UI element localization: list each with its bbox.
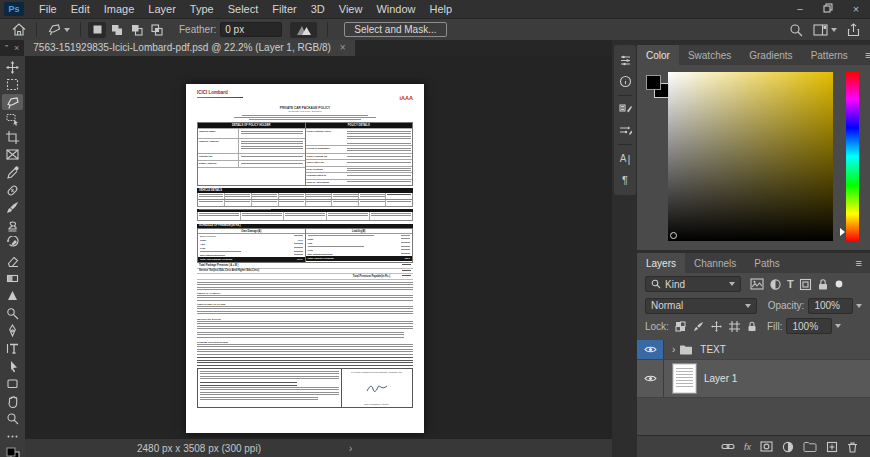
color-field-cursor[interactable] [670, 232, 677, 239]
new-group-icon[interactable] [803, 441, 817, 452]
canvas-area[interactable]: ICICI Lombard iAAA PRIVATE CAR PACKAGE P… [25, 56, 612, 438]
group-expand-chevron[interactable]: › [672, 344, 675, 355]
lasso-tool-preset[interactable] [43, 23, 74, 36]
intersect-selection-mode[interactable] [148, 22, 166, 38]
chevron-down-icon[interactable] [835, 324, 841, 328]
filter-shape-layers-icon[interactable] [799, 278, 812, 291]
menu-3d[interactable]: 3D [304, 3, 332, 15]
layer-row-selected[interactable]: Layer 1 [637, 360, 870, 398]
tab-gradients[interactable]: Gradients [740, 45, 801, 65]
hand-tool[interactable] [2, 393, 23, 409]
feather-input[interactable]: 0 px [220, 22, 282, 37]
filter-kind-dropdown[interactable]: Kind [645, 276, 741, 292]
dodge-tool[interactable] [2, 305, 23, 321]
select-and-mask-button[interactable]: Select and Mask... [344, 22, 446, 37]
chevron-down-icon[interactable] [856, 304, 862, 308]
link-layers-icon[interactable] [721, 442, 735, 451]
layer-style-icon[interactable]: fx [744, 442, 751, 452]
frame-tool[interactable] [2, 147, 23, 163]
move-tool[interactable] [2, 59, 23, 75]
opacity-input[interactable]: 100% [808, 298, 853, 314]
blend-mode-dropdown[interactable]: Normal [645, 298, 757, 314]
eraser-tool[interactable] [2, 253, 23, 269]
tab-channels[interactable]: Channels [685, 253, 745, 273]
healing-brush-tool[interactable] [2, 182, 23, 198]
subtract-from-selection-mode[interactable] [128, 22, 146, 38]
zoom-tool[interactable] [2, 411, 23, 427]
add-layer-mask-icon[interactable] [760, 441, 773, 452]
hue-slider[interactable] [846, 72, 859, 241]
menu-select[interactable]: Select [221, 3, 266, 15]
tab-color[interactable]: Color [637, 45, 679, 65]
pen-tool[interactable] [2, 323, 23, 339]
rectangle-tool[interactable] [2, 376, 23, 392]
foreground-background-swatches[interactable] [2, 446, 23, 457]
tab-layers[interactable]: Layers [637, 253, 685, 273]
adjustment-layer-icon[interactable] [782, 441, 794, 453]
document-tab[interactable]: 7563-151929835-Icici-Lombard-pdf.psd @ 2… [24, 39, 354, 56]
menu-layer[interactable]: Layer [141, 3, 183, 15]
edit-toolbar-button[interactable] [2, 428, 23, 444]
foreground-color-swatch[interactable] [646, 75, 661, 90]
filter-type-layers-icon[interactable]: T [787, 278, 794, 290]
history-brush-tool[interactable] [2, 235, 23, 251]
filter-toggle-icon[interactable] [834, 279, 844, 289]
lock-artboard-icon[interactable] [729, 321, 740, 332]
menu-view[interactable]: View [332, 3, 370, 15]
visibility-cell[interactable] [637, 360, 664, 397]
new-layer-icon[interactable] [826, 441, 838, 453]
blur-tool[interactable] [2, 288, 23, 304]
menu-file[interactable]: File [32, 3, 64, 15]
lock-position-icon[interactable] [711, 321, 722, 332]
status-chevron-icon[interactable]: › [349, 443, 352, 454]
share-icon[interactable] [847, 23, 860, 37]
restore-button[interactable] [814, 3, 842, 15]
add-to-selection-mode[interactable] [108, 22, 126, 38]
menu-edit[interactable]: Edit [64, 3, 97, 15]
menu-help[interactable]: Help [423, 3, 460, 15]
tab-paths[interactable]: Paths [745, 253, 789, 273]
menu-window[interactable]: Window [369, 3, 422, 15]
lock-transparency-icon[interactable] [675, 321, 686, 332]
properties-panel-icon[interactable] [619, 50, 632, 71]
brushes-panel-icon[interactable] [619, 120, 632, 141]
saturation-brightness-field[interactable] [668, 72, 833, 241]
delete-layer-icon[interactable] [847, 441, 858, 453]
info-panel-icon[interactable] [619, 71, 632, 92]
path-selection-tool[interactable] [2, 358, 23, 374]
lock-all-icon[interactable] [747, 321, 757, 332]
fill-input[interactable]: 100% [786, 318, 832, 334]
paragraph-panel-icon[interactable]: ¶ [622, 169, 628, 190]
close-button[interactable]: × [842, 3, 870, 15]
hue-slider-pointer[interactable] [840, 228, 845, 236]
rectangular-marquee-tool[interactable] [2, 77, 23, 93]
tab-patterns[interactable]: Patterns [802, 45, 857, 65]
home-button[interactable] [8, 23, 30, 36]
lock-pixels-icon[interactable] [693, 321, 704, 332]
visibility-cell[interactable] [637, 340, 664, 359]
panel-menu-icon[interactable]: ≡ [857, 45, 870, 65]
eyedropper-tool[interactable] [2, 165, 23, 181]
search-icon[interactable] [789, 23, 803, 37]
document-page[interactable]: ICICI Lombard iAAA PRIVATE CAR PACKAGE P… [186, 84, 424, 433]
character-panel-icon[interactable]: A| [620, 148, 631, 169]
filter-pixel-layers-icon[interactable] [750, 278, 764, 290]
gradient-tool[interactable] [2, 270, 23, 286]
tab-close-icon[interactable]: × [340, 42, 346, 53]
crop-tool[interactable] [2, 129, 23, 145]
brush-settings-panel-icon[interactable] [619, 99, 632, 120]
new-selection-mode[interactable] [88, 22, 106, 38]
panel-menu-icon[interactable]: ≡ [848, 253, 870, 273]
menu-type[interactable]: Type [183, 3, 221, 15]
menu-filter[interactable]: Filter [265, 3, 303, 15]
workspace-switcher[interactable] [813, 24, 837, 36]
minimize-button[interactable]: − [786, 3, 814, 15]
tab-swatches[interactable]: Swatches [679, 45, 740, 65]
object-selection-tool[interactable] [2, 112, 23, 128]
clone-stamp-tool[interactable] [2, 217, 23, 233]
brush-tool[interactable] [2, 200, 23, 216]
filter-smart-objects-icon[interactable] [817, 278, 829, 291]
type-tool[interactable] [2, 341, 23, 357]
menu-image[interactable]: Image [97, 3, 142, 15]
tab-remnant-close-icon[interactable]: × [14, 43, 19, 53]
